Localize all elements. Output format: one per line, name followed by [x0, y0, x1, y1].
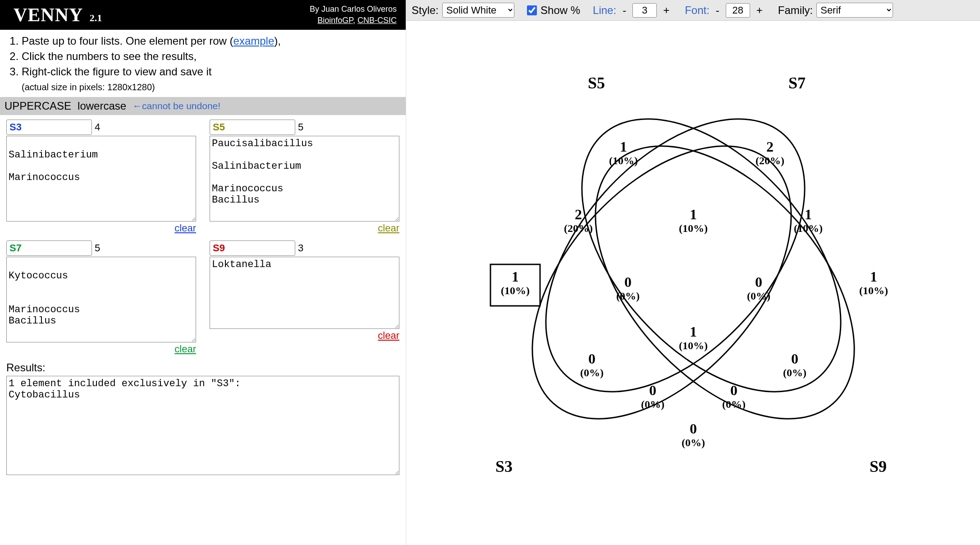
- results-textarea[interactable]: [6, 376, 399, 475]
- font-plus-button[interactable]: +: [754, 4, 765, 17]
- region-s7-s9[interactable]: 1 (10%): [794, 206, 823, 234]
- list-name-input-s9[interactable]: [210, 240, 295, 256]
- clear-link-s3[interactable]: clear: [6, 222, 196, 234]
- svg-text:0: 0: [624, 274, 632, 290]
- ellipse-s3[interactable]: [483, 98, 841, 466]
- svg-text:0: 0: [755, 274, 762, 290]
- svg-text:(0%): (0%): [682, 437, 705, 448]
- set-label-s9: S9: [869, 457, 886, 476]
- results-label: Results:: [6, 361, 399, 374]
- svg-text:(0%): (0%): [747, 290, 770, 302]
- list-name-input-s3[interactable]: [6, 120, 92, 135]
- show-percent-checkbox[interactable]: [527, 5, 537, 15]
- region-s3-s5-s7[interactable]: 0 (0%): [616, 274, 640, 302]
- list-count-s3: 4: [95, 121, 100, 133]
- logo-version: 2.1: [90, 12, 102, 23]
- lists-grid: 4 clear 5 clear 5 clear 3: [0, 115, 406, 360]
- svg-text:(0%): (0%): [616, 290, 640, 302]
- list-count-s7: 5: [95, 242, 100, 254]
- list-textarea-s5[interactable]: [210, 136, 399, 222]
- set-label-s7: S7: [788, 74, 805, 92]
- svg-text:1: 1: [805, 206, 812, 222]
- case-bar: UPPERCASE lowercase ←cannot be undone!: [0, 97, 406, 115]
- clear-link-s7[interactable]: clear: [6, 343, 196, 355]
- pixel-size-note: (actual size in pixels: 1280x1280): [22, 81, 397, 93]
- list-textarea-s7[interactable]: [6, 257, 196, 342]
- region-s9-only[interactable]: 1 (10%): [859, 268, 888, 296]
- family-select[interactable]: Serif: [816, 3, 893, 18]
- region-s5-s7[interactable]: 1 (10%): [679, 206, 708, 234]
- svg-text:0: 0: [730, 382, 737, 398]
- show-percent-label: Show %: [540, 4, 580, 17]
- svg-text:1: 1: [870, 268, 877, 285]
- list-count-s5: 5: [298, 121, 303, 133]
- svg-text:1: 1: [690, 323, 697, 340]
- region-s7-only[interactable]: 2 (20%): [756, 139, 784, 166]
- svg-text:(10%): (10%): [609, 155, 638, 166]
- font-size-input[interactable]: [726, 3, 750, 18]
- cnb-csic-link[interactable]: CNB-CSIC: [357, 16, 397, 25]
- ellipse-s7[interactable]: [532, 71, 890, 439]
- svg-text:(0%): (0%): [580, 367, 604, 379]
- left-panel: VENNY 2.1 By Juan Carlos Oliveros Bioinf…: [0, 0, 406, 545]
- instruction-step-2: Click the numbers to see the results,: [22, 49, 397, 64]
- header-credits: By Juan Carlos Oliveros BioinfoGP, CNB-C…: [310, 4, 397, 26]
- venn-svg[interactable]: S5 S7 S3 S9 1 (10%) 2 (20%) 2 (20%) 1: [423, 30, 964, 526]
- list-block-s5: 5 clear: [210, 120, 399, 234]
- region-s3-s5-s9[interactable]: 0 (0%): [580, 351, 604, 379]
- line-label: Line:: [593, 4, 616, 17]
- svg-text:(20%): (20%): [564, 222, 593, 234]
- svg-text:(0%): (0%): [783, 367, 806, 379]
- svg-text:0: 0: [588, 351, 595, 367]
- region-s5-s7-s9[interactable]: 0 (0%): [747, 274, 770, 302]
- region-all[interactable]: 1 (10%): [679, 323, 708, 351]
- list-name-input-s7[interactable]: [6, 240, 92, 256]
- region-s3-s9[interactable]: 0 (0%): [682, 420, 705, 448]
- ellipse-s9[interactable]: [546, 98, 904, 466]
- family-label: Family:: [778, 4, 813, 17]
- line-width-input[interactable]: [632, 3, 657, 18]
- svg-text:(20%): (20%): [756, 155, 784, 166]
- region-s3-s5[interactable]: 2 (20%): [564, 206, 593, 234]
- svg-text:(10%): (10%): [679, 222, 708, 234]
- svg-text:1: 1: [690, 206, 697, 222]
- set-label-s3: S3: [495, 457, 512, 476]
- list-textarea-s3[interactable]: [6, 136, 196, 222]
- font-group: Font: - +: [685, 3, 765, 18]
- list-block-s3: 4 clear: [6, 120, 196, 234]
- svg-text:2: 2: [766, 139, 774, 155]
- undo-warning: ←cannot be undone!: [133, 101, 220, 111]
- svg-text:(10%): (10%): [679, 340, 708, 351]
- svg-text:(10%): (10%): [794, 222, 823, 234]
- list-name-input-s5[interactable]: [210, 120, 295, 135]
- diagram-toolbar: Style: Solid White Show % Line: - + Font…: [406, 0, 980, 21]
- list-count-s9: 3: [298, 242, 303, 254]
- uppercase-button[interactable]: UPPERCASE: [5, 100, 71, 112]
- header-bar: VENNY 2.1 By Juan Carlos Oliveros Bioinf…: [0, 0, 406, 30]
- list-textarea-s9[interactable]: [210, 257, 399, 329]
- bioinfogp-link[interactable]: BioinfoGP: [317, 16, 353, 25]
- ellipse-s5[interactable]: [496, 71, 854, 439]
- region-s3-only[interactable]: 1 (10%): [501, 268, 530, 296]
- style-label: Style:: [412, 4, 439, 17]
- clear-link-s5[interactable]: clear: [210, 222, 399, 234]
- app-logo: VENNY 2.1: [14, 4, 102, 26]
- list-block-s7: 5 clear: [6, 240, 196, 355]
- svg-text:0: 0: [690, 420, 697, 437]
- instruction-step-3: Right-click the figure to view and save …: [22, 64, 397, 79]
- example-link[interactable]: example: [234, 35, 275, 47]
- region-s5-only[interactable]: 1 (10%): [609, 139, 638, 166]
- lowercase-button[interactable]: lowercase: [78, 100, 126, 112]
- line-minus-button[interactable]: -: [620, 4, 629, 17]
- line-plus-button[interactable]: +: [660, 4, 672, 17]
- font-minus-button[interactable]: -: [713, 4, 722, 17]
- family-group: Family: Serif: [778, 3, 893, 18]
- clear-link-s9[interactable]: clear: [210, 330, 399, 342]
- svg-text:0: 0: [791, 351, 798, 367]
- style-select[interactable]: Solid White: [442, 3, 514, 18]
- showpct-group: Show %: [527, 4, 580, 17]
- region-s3-s7-s9[interactable]: 0 (0%): [783, 351, 806, 379]
- results-section: Results:: [0, 360, 406, 481]
- venn-diagram-area[interactable]: S5 S7 S3 S9 1 (10%) 2 (20%) 2 (20%) 1: [406, 21, 980, 545]
- svg-text:(10%): (10%): [859, 285, 888, 296]
